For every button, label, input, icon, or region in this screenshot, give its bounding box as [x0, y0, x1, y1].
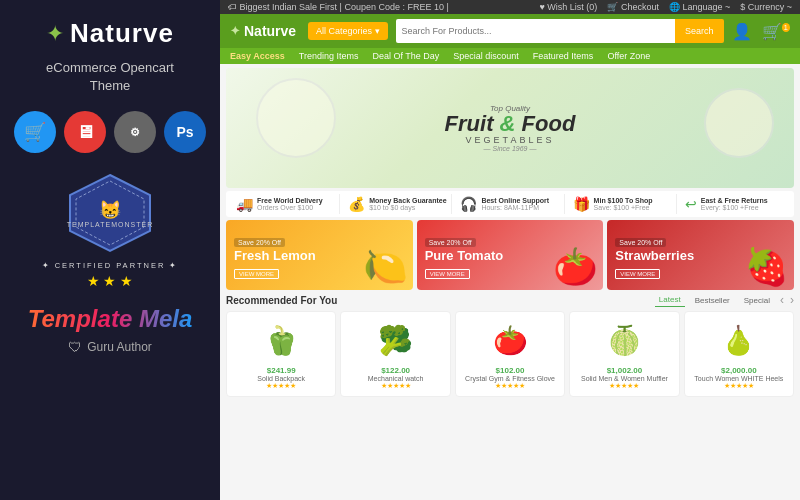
tech-icon-photoshop: Ps — [164, 111, 206, 153]
product-img-2: 🥦 — [347, 318, 443, 363]
promo-tomato-text: Save 20% Off Pure Tomato VIEW MORE — [425, 231, 504, 280]
promo-strawberry-view[interactable]: VIEW MORE — [615, 269, 660, 279]
feature-moneyback-text: Money Back Guarantee $10 to $0 days — [369, 197, 446, 211]
header: ✦ Naturve All Categories ▾ Search 👤 🛒1 — [220, 14, 800, 48]
product-price-4: $1,002.00 — [576, 366, 672, 375]
product-img-3: 🍅 — [462, 318, 558, 363]
search-button[interactable]: Search — [675, 19, 724, 43]
promo-lemon-discount: Save 20% Off — [234, 238, 285, 247]
main-content: 🏷 Biggest Indian Sale First | Coupen Cod… — [220, 0, 800, 500]
strawberry-emoji: 🍓 — [744, 246, 789, 288]
product-name-5: Touch Women WHITE Heels — [691, 375, 787, 382]
promo-tomato-name: Pure Tomato — [425, 249, 504, 262]
recommended-title: Recommended For You — [226, 295, 337, 306]
product-stars-3: ★★★★★ — [462, 382, 558, 390]
nav-item-offer[interactable]: Offer Zone — [607, 51, 650, 61]
product-stars-1: ★★★★★ — [233, 382, 329, 390]
feature-moneyback-desc: $10 to $0 days — [369, 204, 446, 211]
promo-strawberry-text: Save 20% Off Strawberries VIEW MORE — [615, 231, 694, 280]
tomato-emoji: 🍅 — [553, 246, 598, 288]
rec-prev-btn[interactable]: ‹ — [780, 293, 784, 307]
promo-strawberry-discount: Save 20% Off — [615, 238, 666, 247]
cart-icon[interactable]: 🛒1 — [762, 22, 790, 41]
guru-author-label: 🛡 Guru Author — [68, 339, 152, 355]
tab-special[interactable]: Special — [740, 294, 774, 307]
promo-strawberry: Save 20% Off Strawberries VIEW MORE 🍓 — [607, 220, 794, 290]
language-select[interactable]: 🌐 Language ~ — [669, 2, 730, 12]
feature-support-title: Best Online Support — [481, 197, 549, 204]
categories-button[interactable]: All Categories ▾ — [308, 22, 388, 40]
header-user-icons: 👤 🛒1 — [732, 22, 790, 41]
feature-delivery-desc: Orders Over $100 — [257, 204, 323, 211]
leaf-icon: ✦ — [46, 21, 64, 47]
cart-count: 1 — [782, 23, 790, 32]
tab-latest[interactable]: Latest — [655, 293, 685, 307]
sidebar-tagline: eCommerce OpencartTheme — [46, 59, 174, 95]
promo-strawberry-name: Strawberries — [615, 249, 694, 262]
promo-lemon-name: Fresh Lemon — [234, 249, 316, 262]
product-price-1: $241.99 — [233, 366, 329, 375]
tech-icon-joomla: ⚙ — [114, 111, 156, 153]
feature-moneyback: 💰 Money Back Guarantee $10 to $0 days — [344, 194, 452, 214]
product-stars-5: ★★★★★ — [691, 382, 787, 390]
recommended-section: Recommended For You Latest Bestseller Sp… — [220, 290, 800, 397]
badge-stars: ★ ★ ★ — [87, 273, 134, 289]
feature-delivery: 🚚 Free World Delivery Orders Over $100 — [232, 194, 340, 214]
wishlist-link[interactable]: ♥ Wish List (0) — [540, 2, 598, 12]
product-card-1: 🫑 $241.99 Solid Backpack ★★★★★ — [226, 311, 336, 397]
feature-delivery-title: Free World Delivery — [257, 197, 323, 204]
product-card-3: 🍅 $102.00 Crystal Gym & Fitness Glove ★★… — [455, 311, 565, 397]
sidebar-logo-text: Naturve — [70, 18, 174, 49]
moneyback-icon: 💰 — [348, 196, 365, 212]
promo-lemon-view[interactable]: VIEW MORE — [234, 269, 279, 279]
checkout-link[interactable]: 🛒 Checkout — [607, 2, 659, 12]
shield-icon: 🛡 — [68, 339, 82, 355]
nav-item-trending[interactable]: Trending Items — [299, 51, 359, 61]
product-name-4: Solid Men & Women Muffler — [576, 375, 672, 382]
product-price-5: $2,000.00 — [691, 366, 787, 375]
feature-minshop-title: Min $100 To Shop — [594, 197, 653, 204]
promo-lemon-text: Save 20% Off Fresh Lemon VIEW MORE — [234, 231, 316, 280]
product-img-1: 🫑 — [233, 318, 329, 363]
product-img-5: 🍐 — [691, 318, 787, 363]
certified-partner-text: ✦ CERTIFIED PARTNER ✦ — [42, 261, 179, 270]
product-price-2: $122.00 — [347, 366, 443, 375]
feature-support: 🎧 Best Online Support Hours: 8AM-11PM — [456, 194, 564, 214]
navigation: Easy Access Trending Items Deal Of The D… — [220, 48, 800, 64]
product-name-2: Mechanical watch — [347, 375, 443, 382]
rec-next-btn[interactable]: › — [790, 293, 794, 307]
product-stars-4: ★★★★★ — [576, 382, 672, 390]
badge-face: 😸 — [67, 199, 153, 221]
product-name-3: Crystal Gym & Fitness Glove — [462, 375, 558, 382]
search-input[interactable] — [396, 19, 675, 43]
nav-item-easy-access[interactable]: Easy Access — [230, 51, 285, 61]
feature-returns-text: East & Free Returns Every: $100 +Free — [701, 197, 768, 211]
nav-item-special[interactable]: Special discount — [453, 51, 519, 61]
promo-tomato-view[interactable]: VIEW MORE — [425, 269, 470, 279]
nav-item-featured[interactable]: Featured Items — [533, 51, 594, 61]
user-icon[interactable]: 👤 — [732, 22, 752, 41]
header-logo-text: Naturve — [244, 23, 296, 39]
tab-bestseller[interactable]: Bestseller — [691, 294, 734, 307]
feature-returns-desc: Every: $100 +Free — [701, 204, 768, 211]
feature-support-text: Best Online Support Hours: 8AM-11PM — [481, 197, 549, 211]
feature-minshop: 🎁 Min $100 To Shop Save: $100 +Free — [569, 194, 677, 214]
hero-subtitle: VEGETABLES — [445, 135, 576, 145]
recommended-tabs: Latest Bestseller Special ‹ › — [655, 293, 794, 307]
nav-item-deal[interactable]: Deal Of The Day — [372, 51, 439, 61]
product-grid: 🫑 $241.99 Solid Backpack ★★★★★ 🥦 $122.00… — [226, 311, 794, 397]
tech-icon-opencart: 🛒 — [14, 111, 56, 153]
minshop-icon: 🎁 — [573, 196, 590, 212]
template-monster-label: TemplateMonster — [67, 221, 153, 228]
hero-deco-left — [256, 78, 336, 158]
sidebar: ✦ Naturve eCommerce OpencartTheme 🛒 🖥 ⚙ … — [0, 0, 220, 500]
certified-badge: 😸 TemplateMonster ✦ CERTIFIED PARTNER ✦ … — [42, 173, 179, 289]
topbar-right: ♥ Wish List (0) 🛒 Checkout 🌐 Language ~ … — [540, 2, 792, 12]
feature-moneyback-title: Money Back Guarantee — [369, 197, 446, 204]
currency-select[interactable]: $ Currency ~ — [740, 2, 792, 12]
delivery-icon: 🚚 — [236, 196, 253, 212]
lemon-emoji: 🍋 — [363, 246, 408, 288]
search-bar: Search — [396, 19, 724, 43]
feature-delivery-text: Free World Delivery Orders Over $100 — [257, 197, 323, 211]
header-leaf-icon: ✦ — [230, 24, 240, 38]
